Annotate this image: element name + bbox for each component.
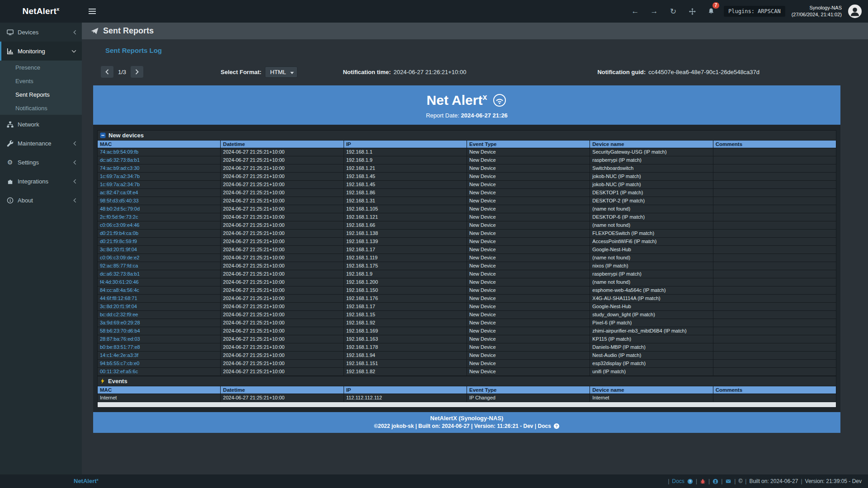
netalertx-logo-icon [492, 93, 507, 108]
question-circle-icon[interactable]: ? [553, 423, 560, 429]
envelope-icon[interactable] [725, 479, 731, 484]
event-type-cell: New Device [467, 286, 590, 295]
sidebar-toggle-button[interactable] [82, 0, 103, 23]
sidebar-item-devices[interactable]: Devices [0, 23, 82, 42]
sidebar-item-monitoring[interactable]: Monitoring [0, 42, 82, 61]
device-name-cell: (name not found) [590, 221, 713, 230]
mac-link[interactable]: 58:b6:23:70:d6:b4 [100, 328, 140, 333]
mac-cell: 1c:69:7a:a2:34:7b [98, 173, 221, 181]
sidebar-item-about[interactable]: About [0, 191, 82, 210]
event-type-cell: New Device [467, 319, 590, 327]
format-select[interactable]: HTML [265, 66, 297, 78]
column-header: IP [344, 386, 467, 394]
app-brand[interactable]: NetAlertx [0, 0, 82, 23]
built-on-text: Built on: 2024-06-27 [749, 478, 798, 484]
column-header: Datetime [221, 386, 344, 394]
comments-cell [713, 189, 836, 197]
docs-link[interactable]: Docs [672, 478, 684, 484]
sidebar-item-integrations[interactable]: Integrations [0, 172, 82, 191]
report-footer-line1: NetAlertX (Synology-NAS) [93, 415, 840, 422]
mac-link[interactable]: d0:21:f9:8c:59:f9 [100, 239, 137, 244]
move-icon[interactable] [686, 5, 698, 18]
question-circle-icon[interactable]: ? [687, 479, 693, 484]
back-icon[interactable]: ← [629, 5, 642, 18]
mac-link[interactable]: 74:ac:b9:ad:c3:30 [100, 165, 139, 171]
report-row: f4:4d:30:61:20:462024-06-27 21:25:21+10:… [98, 278, 836, 286]
report-row: 3c:8d:20:f1:9f:042024-06-27 21:25:21+10:… [98, 246, 836, 254]
github-icon[interactable] [712, 479, 718, 484]
ip-cell: 192.168.1.15 [344, 311, 467, 319]
datetime-cell: 2024-06-27 21:25:21+10:00 [221, 213, 344, 221]
chevron-down-icon [71, 50, 76, 53]
comments-cell [713, 221, 836, 230]
new-devices-table: New devices MACDatetimeIPEvent TypeDevic… [97, 130, 836, 376]
mac-cell: d0:21:f9:b4:ca:0b [98, 230, 221, 238]
devices-icon [6, 29, 14, 36]
user-avatar[interactable] [848, 5, 862, 18]
events-tbody: Internet2024-06-27 21:25:21+10:00112.112… [98, 394, 836, 402]
mac-link[interactable]: 44:6f:f8:12:68:71 [100, 296, 137, 301]
sidebar-item-settings[interactable]: ⚙ Settings [0, 153, 82, 172]
mac-link[interactable]: 98:5f:d3:d5:40:33 [100, 198, 139, 203]
mac-link[interactable]: b0:be:83:51:77:e8 [100, 344, 140, 350]
device-name-cell: X4G-AU-SHA1114A (IP match) [590, 295, 713, 303]
event-type-cell: New Device [467, 327, 590, 335]
subitem-label: Events [15, 78, 33, 84]
top-navbar: NetAlertx ← → ↻ 7 Plugins: ARPSCAN Synol… [0, 0, 868, 23]
mac-link[interactable]: 1c:69:7a:a2:34:7b [100, 182, 140, 187]
notifications-bell-icon[interactable]: 7 [705, 5, 717, 18]
mac-link[interactable]: 3a:9d:69:e0:29:28 [100, 320, 140, 325]
refresh-icon[interactable]: ↻ [667, 5, 679, 18]
new-devices-title: New devices [108, 132, 144, 138]
sidebar-subitem-notifications[interactable]: Notifications [0, 101, 82, 115]
mac-link[interactable]: d0:21:f9:b4:ca:0b [100, 230, 138, 236]
mac-cell: 14:c1:4e:2e:a3:3f [98, 352, 221, 360]
sidebar-subitem-presence[interactable]: Presence [0, 61, 82, 74]
mac-cell: dc:a6:32:73:8a:b1 [98, 270, 221, 278]
ip-cell: 192.168.1.105 [344, 205, 467, 213]
mac-link[interactable]: 84:cc:a8:4a:56:4c [100, 287, 139, 293]
mac-link[interactable]: f4:4d:30:61:20:46 [100, 279, 139, 285]
mac-link[interactable]: 2c:f0:5d:9e:73:2c [100, 214, 138, 220]
mac-link[interactable]: c0:06:c3:09:e4:46 [100, 222, 139, 228]
mac-link[interactable]: 92:ac:85:77:fd:ca [100, 263, 138, 268]
notification-count-badge[interactable]: 7 [712, 2, 719, 9]
mac-link[interactable]: 1c:69:7a:a2:34:7b [100, 174, 140, 179]
report-row: 74:ac:b9:ad:c3:302024-06-27 21:25:21+10:… [98, 164, 836, 173]
mac-link[interactable]: 28:87:ba:76:ed:03 [100, 336, 140, 342]
sidebar-subitem-sent-reports[interactable]: Sent Reports [0, 88, 82, 101]
report-row: 1c:69:7a:a2:34:7b2024-06-27 21:25:21+10:… [98, 173, 836, 181]
sent-reports-log-link[interactable]: Sent Reports Log [105, 47, 162, 54]
mac-link[interactable]: 94:b5:55:c7:cb:e0 [100, 361, 139, 366]
mac-link[interactable]: 00:11:32:ef:a5:6c [100, 369, 138, 374]
datetime-cell: 2024-06-27 21:25:21+10:00 [221, 394, 344, 402]
mac-link[interactable]: 48:b0:2d:5c:79:0d [100, 206, 140, 211]
report-row: d0:21:f9:8c:59:f92024-06-27 21:25:21+10:… [98, 238, 836, 246]
mac-link[interactable]: ac:82:47:ca:0f:e4 [100, 190, 138, 195]
datetime-cell: 2024-06-27 21:25:21+10:00 [221, 327, 344, 335]
mac-link[interactable]: dc:a6:32:73:8a:b1 [100, 271, 140, 277]
mac-link[interactable]: dc:a6:32:73:8a:b1 [100, 157, 140, 163]
mac-cell: 84:cc:a8:4a:56:4c [98, 286, 221, 295]
mac-link[interactable]: bc:dd:c2:32:f9:ee [100, 312, 138, 317]
bug-icon[interactable] [700, 479, 706, 484]
mac-cell: 3a:9d:69:e0:29:28 [98, 319, 221, 327]
column-header: Comments [713, 141, 836, 148]
column-header: Comments [713, 386, 836, 394]
footer-brand[interactable]: NetAlertx [74, 478, 99, 484]
mac-link[interactable]: 74:ac:b9:54:09:fb [100, 149, 138, 155]
chevron-left-icon [73, 141, 76, 146]
sidebar-item-network[interactable]: Network [0, 115, 82, 134]
prev-page-button[interactable] [100, 66, 114, 78]
comments-cell [713, 205, 836, 213]
forward-icon[interactable]: → [648, 5, 660, 18]
next-page-button[interactable] [130, 66, 144, 78]
sidebar-item-maintenance[interactable]: Maintenance [0, 134, 82, 153]
datetime-cell: 2024-06-27 21:25:21+10:00 [221, 230, 344, 238]
mac-link[interactable]: 3c:8d:20:f1:9f:04 [100, 304, 137, 309]
plugins-badge[interactable]: Plugins: ARPSCAN [724, 6, 785, 17]
sidebar-subitem-events[interactable]: Events [0, 74, 82, 88]
mac-link[interactable]: 14:c1:4e:2e:a3:3f [100, 352, 138, 358]
mac-link[interactable]: 3c:8d:20:f1:9f:04 [100, 247, 137, 252]
mac-link[interactable]: c0:06:c3:09:de:e2 [100, 255, 139, 260]
